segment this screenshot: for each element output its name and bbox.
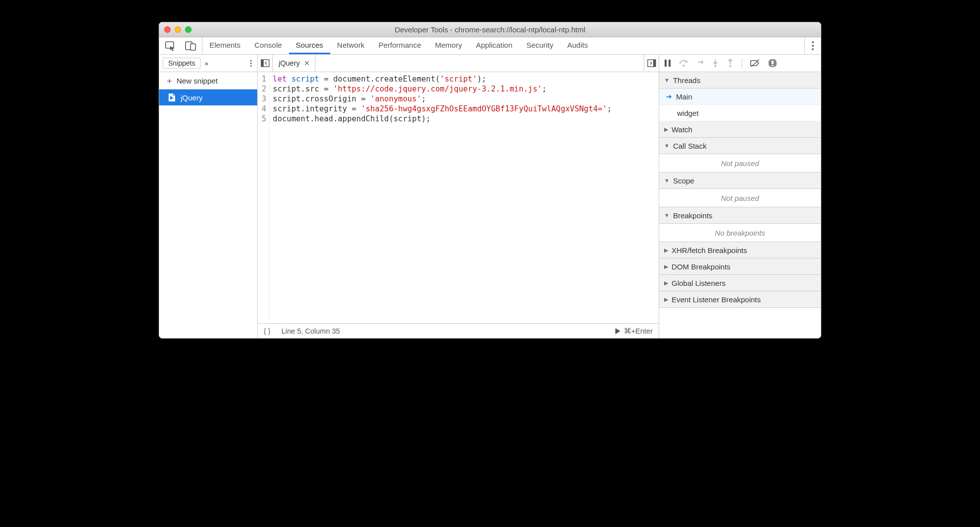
svg-rect-4 [261, 60, 264, 67]
dom-breakpoints-section-header[interactable]: ▶DOM Breakpoints [659, 259, 821, 275]
callstack-section-header[interactable]: ▼Call Stack [659, 138, 821, 154]
current-thread-arrow-icon: ➔ [666, 92, 672, 100]
more-options-icon[interactable] [812, 41, 814, 50]
play-icon [615, 328, 621, 335]
breakpoints-placeholder: No breakpoints [659, 224, 821, 242]
run-shortcut-label: ⌘+Enter [624, 327, 653, 335]
svg-point-9 [683, 65, 685, 67]
navigator-overflow-icon[interactable]: » [204, 60, 208, 67]
watch-section-header[interactable]: ▶Watch [659, 121, 821, 138]
event-label: Event Listener Breakpoints [672, 295, 761, 304]
editor-statusbar: { } Line 5, Column 35 ⌘+Enter [258, 323, 659, 338]
navigator-column: Snippets » ＋ New snippet jQuery [159, 55, 258, 338]
threads-section-header[interactable]: ▼Threads [659, 72, 821, 88]
step-over-icon[interactable] [679, 59, 689, 67]
pause-icon[interactable] [664, 59, 671, 67]
snippet-file-icon [168, 93, 176, 102]
debugger-column: ▼Threads ➔Main widget ▶Watch ▼Call Stack… [659, 55, 821, 338]
triangle-down-icon: ▼ [664, 212, 670, 218]
thread-item-main[interactable]: ➔Main [659, 88, 821, 105]
tab-security[interactable]: Security [519, 37, 560, 54]
panel-tabs: ElementsConsoleSourcesNetworkPerformance… [202, 37, 595, 54]
svg-rect-2 [191, 44, 196, 50]
navigator-more-icon[interactable] [250, 60, 252, 67]
tab-audits[interactable]: Audits [560, 37, 595, 54]
tab-application[interactable]: Application [469, 37, 519, 54]
pause-on-exceptions-icon[interactable] [768, 59, 777, 68]
line-gutter: 12345 [258, 72, 270, 323]
close-tab-icon[interactable]: ✕ [304, 59, 310, 67]
snippets-tab[interactable]: Snippets [163, 58, 200, 69]
global-listeners-section-header[interactable]: ▶Global Listeners [659, 275, 821, 291]
svg-point-10 [714, 65, 716, 67]
window-controls [164, 26, 192, 33]
breakpoints-section-header[interactable]: ▼Breakpoints [659, 207, 821, 224]
scope-section-header[interactable]: ▼Scope [659, 173, 821, 189]
main-toolbar: ElementsConsoleSourcesNetworkPerformance… [159, 37, 821, 55]
svg-rect-8 [669, 60, 671, 67]
show-navigator-icon[interactable] [258, 55, 273, 72]
run-snippet-hint[interactable]: ⌘+Enter [615, 327, 653, 335]
xhr-breakpoints-section-header[interactable]: ▶XHR/fetch Breakpoints [659, 242, 821, 259]
window-titlebar: Developer Tools - chrome-search://local-… [159, 22, 821, 37]
snippet-item-jquery[interactable]: jQuery [159, 89, 257, 105]
step-into-icon[interactable] [697, 59, 704, 67]
tab-elements[interactable]: Elements [202, 37, 248, 54]
minimize-window-button[interactable] [175, 26, 181, 33]
zoom-window-button[interactable] [185, 26, 192, 33]
scope-placeholder: Not paused [659, 189, 821, 207]
devtools-window: Developer Tools - chrome-search://local-… [159, 22, 821, 339]
new-snippet-button[interactable]: ＋ New snippet [159, 72, 257, 89]
tab-console[interactable]: Console [248, 37, 289, 54]
step-out-icon[interactable] [727, 59, 734, 68]
breakpoints-label: Breakpoints [673, 211, 712, 220]
triangle-down-icon: ▼ [664, 177, 670, 183]
snippet-item-label: jQuery [181, 93, 202, 102]
watch-label: Watch [672, 125, 692, 134]
xhr-label: XHR/fetch Breakpoints [672, 246, 747, 255]
tab-network[interactable]: Network [330, 37, 372, 54]
thread-label: widget [677, 109, 698, 117]
callstack-label: Call Stack [673, 142, 707, 150]
thread-item-widget[interactable]: widget [659, 105, 821, 121]
debugger-toolbar [659, 55, 821, 72]
editor-tabbar: jQuery ✕ [258, 55, 659, 72]
svg-rect-13 [772, 61, 774, 64]
triangle-right-icon: ▶ [664, 264, 668, 270]
global-label: Global Listeners [672, 279, 725, 287]
triangle-right-icon: ▶ [664, 126, 668, 133]
callstack-placeholder: Not paused [659, 154, 821, 173]
event-listener-breakpoints-section-header[interactable]: ▶Event Listener Breakpoints [659, 291, 821, 308]
editor-file-tab-label: jQuery [279, 59, 300, 67]
triangle-right-icon: ▶ [664, 247, 668, 254]
editor-column: jQuery ✕ 12345 let script = document.cre… [258, 55, 659, 338]
navigator-tabs: Snippets » [159, 55, 257, 72]
inspect-element-icon[interactable] [165, 40, 176, 51]
show-debugger-icon[interactable] [644, 55, 659, 72]
inspect-controls [159, 37, 202, 54]
tab-performance[interactable]: Performance [372, 37, 428, 54]
pretty-print-button[interactable]: { } [264, 327, 271, 335]
tab-memory[interactable]: Memory [428, 37, 469, 54]
svg-rect-14 [772, 65, 774, 66]
svg-point-11 [729, 65, 731, 67]
thread-label: Main [676, 92, 692, 101]
code-content: let script = document.createElement('scr… [270, 72, 611, 323]
triangle-down-icon: ▼ [664, 77, 670, 83]
step-in-icon[interactable] [712, 59, 719, 68]
triangle-down-icon: ▼ [664, 143, 670, 149]
scope-label: Scope [673, 176, 694, 185]
deactivate-breakpoints-icon[interactable] [750, 59, 760, 67]
tab-sources[interactable]: Sources [289, 37, 330, 54]
dom-label: DOM Breakpoints [672, 263, 730, 271]
triangle-right-icon: ▶ [664, 280, 668, 286]
editor-file-tab[interactable]: jQuery ✕ [273, 55, 315, 72]
device-toolbar-icon[interactable] [185, 41, 196, 51]
window-title: Developer Tools - chrome-search://local-… [159, 25, 821, 34]
code-editor[interactable]: 12345 let script = document.createElemen… [258, 72, 659, 323]
toolbar-overflow [804, 37, 821, 54]
triangle-right-icon: ▶ [664, 296, 668, 303]
plus-icon: ＋ [165, 75, 174, 87]
close-window-button[interactable] [164, 26, 171, 33]
new-snippet-label: New snippet [177, 77, 218, 85]
